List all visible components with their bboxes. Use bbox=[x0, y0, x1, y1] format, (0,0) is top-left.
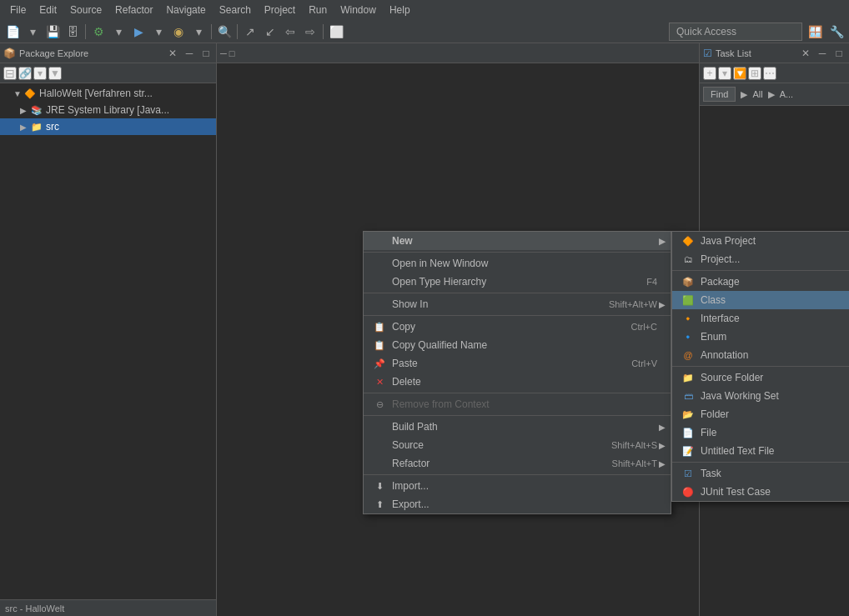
run-dropdown[interactable]: ▾ bbox=[109, 23, 128, 41]
ctx-paste[interactable]: 📌 Paste Ctrl+V bbox=[364, 354, 671, 373]
view-menu-btn[interactable]: ▾ bbox=[33, 67, 47, 80]
submenu-class-label: Class bbox=[701, 294, 849, 306]
minimize-view-btn[interactable]: ─ bbox=[183, 47, 196, 60]
menu-file[interactable]: File bbox=[3, 3, 33, 18]
submenu-file-label: File bbox=[701, 427, 849, 438]
task-close-btn[interactable]: ✕ bbox=[799, 47, 812, 60]
task-minimize-btn[interactable]: ─ bbox=[816, 47, 829, 60]
maximize-btn[interactable]: ⬜ bbox=[327, 23, 345, 41]
submenu-folder-label: Folder bbox=[701, 408, 849, 420]
submenu-junit[interactable]: 🔴 JUnit Test Case bbox=[672, 483, 849, 501]
toolbar-icon1[interactable]: ↗ bbox=[241, 23, 259, 41]
expand-arrow[interactable]: ▼ bbox=[13, 89, 23, 98]
menu-window[interactable]: Window bbox=[334, 3, 383, 18]
ctx-show-in[interactable]: Show In Shift+Alt+W ▶ bbox=[364, 295, 671, 313]
menu-source[interactable]: Source bbox=[63, 3, 108, 18]
submenu-untitled-text[interactable]: 📝 Untitled Text File bbox=[672, 442, 849, 460]
menu-help[interactable]: Help bbox=[383, 3, 417, 18]
ctx-open-type-hierarchy[interactable]: Open Type Hierarchy F4 bbox=[364, 273, 671, 291]
find-button[interactable]: Find bbox=[703, 87, 736, 102]
toolbar: 📄 ▾ 💾 🗄 ⚙ ▾ ▶ ▾ ◉ ▾ 🔍 ↗ ↙ ⇦ ⇨ ⬜ Quick Ac… bbox=[0, 20, 849, 43]
src-expand[interactable]: ▶ bbox=[20, 123, 30, 132]
task-list-icon: ☑ bbox=[703, 48, 712, 59]
ctx-open-new-window[interactable]: Open in New Window bbox=[364, 254, 671, 273]
menu-project[interactable]: Project bbox=[258, 3, 302, 18]
menu-edit[interactable]: Edit bbox=[33, 3, 63, 18]
debug-btn[interactable]: ▶ bbox=[129, 23, 148, 41]
ctx-export[interactable]: ⬆ Export... bbox=[364, 495, 671, 513]
menu-search[interactable]: Search bbox=[213, 3, 258, 18]
menu-refactor[interactable]: Refactor bbox=[108, 3, 159, 18]
jre-expand[interactable]: ▶ bbox=[20, 106, 30, 115]
run-btn[interactable]: ⚙ bbox=[89, 23, 108, 41]
save-all-btn[interactable]: 🗄 bbox=[63, 23, 82, 41]
search-btn[interactable]: 🔍 bbox=[215, 23, 234, 41]
perspective-btn2[interactable]: 🔧 bbox=[827, 23, 846, 41]
task-maximize-btn[interactable]: □ bbox=[832, 47, 846, 60]
submenu-project[interactable]: 🗂 Project... bbox=[672, 250, 849, 268]
maximize-view-btn[interactable]: □ bbox=[199, 47, 213, 60]
submenu-folder[interactable]: 📂 Folder bbox=[672, 405, 849, 423]
close-view-btn[interactable]: ✕ bbox=[166, 47, 179, 60]
ctx-delete[interactable]: ✕ Delete bbox=[364, 373, 671, 391]
new-btn[interactable]: 📄 bbox=[3, 23, 22, 41]
ctx-remove-context[interactable]: ⊖ Remove from Context bbox=[364, 395, 671, 413]
ctx-import[interactable]: ⬇ Import... bbox=[364, 477, 671, 495]
task-new-btn[interactable]: + bbox=[703, 67, 716, 80]
ctx-new-label: New bbox=[392, 235, 657, 247]
quick-access-box[interactable]: Quick Access bbox=[669, 23, 802, 41]
paste-icon: 📌 bbox=[372, 358, 387, 369]
perspective-btn1[interactable]: 🪟 bbox=[806, 23, 824, 41]
menu-run[interactable]: Run bbox=[302, 3, 334, 18]
ctx-source[interactable]: Source Shift+Alt+S ▶ bbox=[364, 436, 671, 454]
package-explorer-toolbar: ⊟ 🔗 ▾ ▼ bbox=[0, 63, 216, 83]
all-label: All bbox=[752, 89, 762, 99]
sep-after-remove bbox=[364, 415, 671, 416]
jre-label: JRE System Library [Java... bbox=[46, 104, 169, 116]
submenu-source-folder[interactable]: 📁 Source Folder bbox=[672, 368, 849, 387]
submenu-annotation[interactable]: @ Annotation bbox=[672, 346, 849, 364]
submenu-file[interactable]: 📄 File bbox=[672, 423, 849, 442]
ctx-build-path[interactable]: Build Path ▶ bbox=[364, 418, 671, 436]
context-overlay: New ▶ Open in New Window Open Type Hiera… bbox=[217, 43, 699, 616]
submenu-interface[interactable]: 🔸 Interface bbox=[672, 309, 849, 328]
submenu-junit-label: JUnit Test Case bbox=[701, 486, 849, 498]
coverage-dropdown[interactable]: ▾ bbox=[189, 23, 208, 41]
ctx-copy[interactable]: 📋 Copy Ctrl+C bbox=[364, 318, 671, 336]
submenu-interface-label: Interface bbox=[701, 313, 849, 324]
collapse-all-btn[interactable]: ⊟ bbox=[3, 67, 17, 80]
toolbar-icon4[interactable]: ⇨ bbox=[301, 23, 319, 41]
menu-navigate[interactable]: Navigate bbox=[159, 3, 212, 18]
source-folder-icon: 📁 bbox=[681, 373, 696, 383]
ctx-new-item[interactable]: New ▶ bbox=[364, 232, 671, 250]
submenu-working-set-label: Java Working Set bbox=[701, 390, 849, 402]
submenu-package[interactable]: 📦 Package bbox=[672, 273, 849, 291]
submenu-class[interactable]: 🟩 Class bbox=[672, 291, 849, 309]
status-text: src - HalloWelt bbox=[5, 603, 64, 613]
submenu-java-project[interactable]: 🔶 Java Project bbox=[672, 232, 849, 250]
task-dropdown[interactable]: ▾ bbox=[718, 67, 731, 80]
link-editor-btn[interactable]: 🔗 bbox=[18, 67, 32, 80]
save-btn[interactable]: 💾 bbox=[43, 23, 62, 41]
coverage-btn[interactable]: ◉ bbox=[169, 23, 188, 41]
view-options-btn[interactable]: ▼ bbox=[48, 67, 62, 80]
tree-jre-item[interactable]: ▶ 📚 JRE System Library [Java... bbox=[0, 102, 216, 118]
toolbar-icon2[interactable]: ↙ bbox=[261, 23, 279, 41]
task-filter-btn[interactable]: 🔽 bbox=[733, 67, 746, 80]
refactor-arrow: ▶ bbox=[659, 459, 666, 468]
debug-dropdown[interactable]: ▾ bbox=[149, 23, 168, 41]
submenu-task[interactable]: ☑ Task bbox=[672, 464, 849, 483]
ctx-refactor[interactable]: Refactor Shift+Alt+T ▶ bbox=[364, 454, 671, 473]
toolbar-icon3[interactable]: ⇦ bbox=[281, 23, 299, 41]
ctx-show-in-label: Show In bbox=[392, 298, 592, 310]
task-more-btn[interactable]: ⋯ bbox=[763, 67, 776, 80]
untitled-text-icon: 📝 bbox=[681, 446, 696, 457]
task-group-btn[interactable]: ⊞ bbox=[748, 67, 761, 80]
submenu-enum[interactable]: 🔹 Enum bbox=[672, 328, 849, 346]
toolbar-btn-2[interactable]: ▾ bbox=[23, 23, 42, 41]
tree-src-item[interactable]: ▶ 📁 src bbox=[0, 118, 216, 135]
ctx-copy-qualified[interactable]: 📋 Copy Qualified Name bbox=[364, 336, 671, 354]
submenu-working-set[interactable]: 🗃 Java Working Set bbox=[672, 387, 849, 405]
tree-project-item[interactable]: ▼ 🔶 HalloWelt [Verfahren str... bbox=[0, 85, 216, 102]
ctx-delete-label: Delete bbox=[392, 376, 657, 388]
